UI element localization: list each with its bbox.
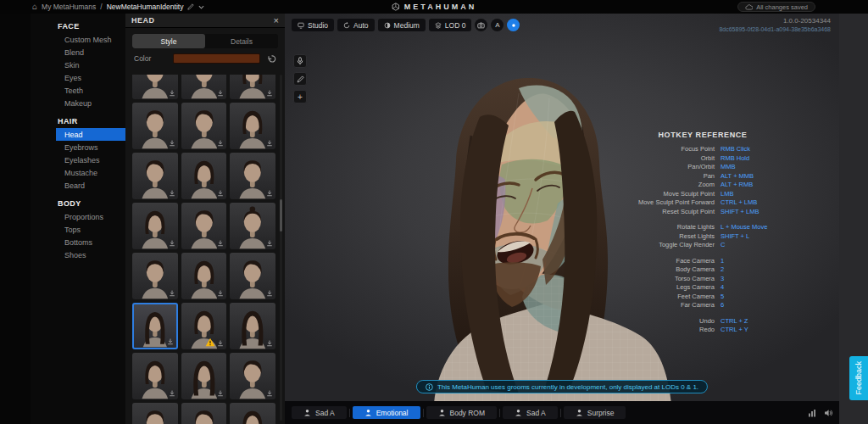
sidebar-item-eyebrows[interactable]: Eyebrows bbox=[56, 141, 125, 153]
hair-style-thumbnail[interactable] bbox=[181, 153, 227, 199]
sidebar-item-custom-mesh[interactable]: Custom Mesh bbox=[56, 33, 125, 46]
tab-style[interactable]: Style bbox=[132, 34, 205, 48]
sidebar-item-tops[interactable]: Tops bbox=[56, 223, 125, 236]
download-icon bbox=[217, 190, 224, 197]
feedback-tab[interactable]: Feedback bbox=[849, 356, 868, 400]
sidebar-item-mustache[interactable]: Mustache bbox=[56, 166, 125, 179]
panel-scrollbar[interactable] bbox=[280, 75, 282, 421]
tab-details[interactable]: Details bbox=[205, 34, 278, 48]
auto-button[interactable]: Auto bbox=[337, 19, 375, 31]
color-swatch[interactable] bbox=[173, 53, 260, 64]
hair-style-thumbnail[interactable] bbox=[132, 203, 178, 249]
hotkey-label: Focus Point bbox=[607, 145, 721, 154]
sidebar-item-makeup[interactable]: Makeup bbox=[56, 97, 125, 109]
hotkey-label: Undo bbox=[607, 317, 721, 326]
hair-thumbnail-image bbox=[230, 403, 275, 424]
hair-style-thumbnail[interactable] bbox=[132, 153, 178, 199]
hair-style-thumbnail[interactable] bbox=[181, 253, 227, 299]
hair-style-thumbnail[interactable] bbox=[230, 153, 275, 199]
hotkey-value: 4 bbox=[721, 283, 798, 293]
close-icon[interactable]: × bbox=[274, 16, 279, 25]
save-status-text: All changes saved bbox=[756, 3, 808, 11]
panel-title: HEAD bbox=[131, 16, 274, 25]
lod-button[interactable]: LOD 0 bbox=[429, 19, 472, 31]
hair-style-thumbnail[interactable] bbox=[132, 103, 178, 149]
nav-section-title: BODY bbox=[58, 199, 125, 208]
hotkey-row: RedoCTRL + Y bbox=[607, 326, 798, 335]
breadcrumb-separator: / bbox=[100, 3, 102, 11]
download-icon bbox=[266, 90, 273, 97]
preview-toggle-icon bbox=[510, 22, 517, 29]
hair-style-thumbnail[interactable] bbox=[132, 353, 178, 399]
hotkey-value: 5 bbox=[721, 293, 798, 302]
audio-icon[interactable] bbox=[824, 409, 832, 417]
hair-style-thumbnail[interactable] bbox=[230, 75, 275, 99]
hair-style-thumbnail[interactable] bbox=[230, 403, 275, 424]
plus-icon: + bbox=[298, 92, 303, 102]
hair-style-thumbnail[interactable] bbox=[181, 103, 227, 149]
hair-style-thumbnail[interactable] bbox=[230, 303, 275, 349]
animation-icon bbox=[364, 409, 372, 416]
hotkey-value: CTRL + Z bbox=[721, 317, 798, 326]
chevron-down-icon[interactable] bbox=[198, 5, 204, 9]
edit-icon[interactable] bbox=[187, 3, 194, 10]
add-tool-button[interactable]: + bbox=[293, 90, 307, 103]
hotkey-value: LMB bbox=[721, 190, 798, 199]
hair-style-thumbnail[interactable] bbox=[181, 203, 227, 249]
hotkey-value: 1 bbox=[721, 257, 798, 266]
sculpt-tool-button[interactable] bbox=[293, 72, 307, 86]
hotkey-row: Feet Camera5 bbox=[607, 293, 798, 302]
hotkey-label: Toggle Clay Render bbox=[607, 241, 721, 250]
hair-style-thumbnail[interactable] bbox=[181, 353, 227, 399]
home-icon[interactable]: ⌂ bbox=[32, 3, 37, 11]
hair-style-thumbnail[interactable] bbox=[132, 253, 178, 299]
sidebar-item-teeth[interactable]: Teeth bbox=[56, 84, 125, 97]
hair-style-thumbnail[interactable] bbox=[132, 303, 178, 349]
preview-toggle-button[interactable] bbox=[507, 19, 520, 31]
quality-button[interactable]: Medium bbox=[378, 19, 426, 31]
nav-section: HAIRHeadEyebrowsEyelashesMustacheBeard bbox=[31, 117, 125, 192]
hair-thumbnail-image bbox=[181, 403, 227, 424]
sidebar-item-eyelashes[interactable]: Eyelashes bbox=[56, 153, 125, 166]
hair-style-thumbnail[interactable] bbox=[230, 253, 275, 299]
text-size-button[interactable]: A bbox=[491, 19, 504, 31]
animation-clip-emotional[interactable]: Emotional bbox=[353, 406, 420, 419]
sidebar-item-eyes[interactable]: Eyes bbox=[56, 71, 125, 84]
hair-style-thumbnail[interactable] bbox=[230, 203, 275, 249]
hair-style-thumbnail[interactable] bbox=[181, 75, 227, 99]
hair-style-thumbnail[interactable] bbox=[181, 303, 227, 349]
viewport-3d[interactable]: Studio Auto Medium LOD 0 A 1.0.0-2053434… bbox=[285, 14, 839, 424]
hair-style-thumbnail[interactable] bbox=[181, 403, 227, 424]
mic-tool-button[interactable] bbox=[293, 54, 307, 68]
sidebar-item-bottoms[interactable]: Bottoms bbox=[56, 236, 125, 248]
breadcrumb-root[interactable]: My MetaHumans bbox=[42, 3, 96, 11]
reset-color-icon[interactable] bbox=[267, 54, 276, 64]
sidebar-item-shoes[interactable]: Shoes bbox=[56, 248, 125, 261]
sidebar-item-beard[interactable]: Beard bbox=[56, 179, 125, 192]
category-nav: FACECustom MeshBlendSkinEyesTeethMakeupH… bbox=[31, 14, 125, 424]
animation-clip-surprise[interactable]: Surprise bbox=[564, 406, 626, 419]
hair-style-thumbnail[interactable] bbox=[230, 103, 275, 149]
hotkey-value: L + Mouse Move bbox=[721, 223, 798, 232]
hotkey-groups: Focus PointRMB ClickOrbitRMB HoldPan/Orb… bbox=[607, 145, 798, 335]
hotkey-label: Far Camera bbox=[607, 301, 721, 310]
hair-style-thumbnail[interactable] bbox=[230, 353, 275, 399]
hotkey-row: Body Camera2 bbox=[607, 265, 798, 275]
levels-icon[interactable] bbox=[808, 409, 816, 417]
hair-style-thumbnail[interactable] bbox=[132, 75, 178, 99]
scrollbar-thumb[interactable] bbox=[280, 199, 282, 232]
sidebar-item-head[interactable]: Head bbox=[56, 128, 125, 141]
animation-clip-sad-a[interactable]: Sad A bbox=[503, 406, 558, 419]
breadcrumb-current[interactable]: NewMetaHumanIdentity bbox=[107, 3, 184, 11]
clip-label: Sad A bbox=[526, 409, 546, 417]
hotkey-value: RMB Hold bbox=[721, 154, 798, 164]
sidebar-item-blend[interactable]: Blend bbox=[56, 46, 125, 59]
studio-button[interactable]: Studio bbox=[292, 19, 334, 31]
animation-clip-body-rom[interactable]: Body ROM bbox=[426, 406, 498, 419]
screenshot-button[interactable] bbox=[475, 19, 487, 31]
animation-clip-sad-a[interactable]: Sad A bbox=[292, 406, 347, 419]
sidebar-item-proportions[interactable]: Proportions bbox=[56, 210, 125, 223]
sidebar-item-skin[interactable]: Skin bbox=[56, 59, 125, 71]
text-size-icon: A bbox=[495, 21, 499, 29]
hair-style-thumbnail[interactable] bbox=[132, 403, 178, 424]
